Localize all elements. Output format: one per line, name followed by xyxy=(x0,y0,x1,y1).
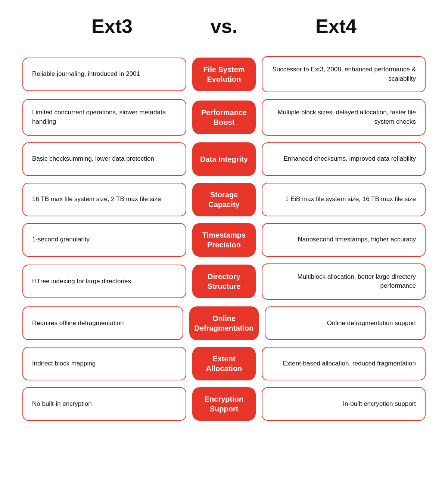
comparison-row: HTree indexing for large directoriesDire… xyxy=(22,263,426,300)
left-cell: Basic checksumming, lower data protectio… xyxy=(22,142,186,176)
left-cell-text: Reliable journaling, introduced in 2001 xyxy=(32,70,140,79)
center-cell: Data Integrity xyxy=(192,142,256,176)
center-cell-text: Encryption Support xyxy=(197,394,251,414)
right-cell: Enhanced checksums, improved data reliab… xyxy=(262,142,426,176)
right-cell-text: In-built encryption support xyxy=(343,399,416,409)
center-cell-text: Storage Capacity xyxy=(197,190,251,209)
left-cell: Limited concurrent operations, slower me… xyxy=(22,99,186,135)
right-cell: In-built encryption support xyxy=(262,387,426,421)
left-cell: 16 TB max file system size, 2 TB max fil… xyxy=(22,183,186,216)
right-cell-text: Nanosecond timestamps, higher accuracy xyxy=(298,235,416,244)
center-cell: Extent Allocation xyxy=(192,347,256,380)
right-cell: Extent-based allocation, reduced fragmen… xyxy=(262,347,426,380)
comparison-row: Limited concurrent operations, slower me… xyxy=(22,99,426,135)
center-cell-text: Directory Structure xyxy=(197,272,251,291)
right-cell-text: Enhanced checksums, improved data reliab… xyxy=(284,154,416,164)
center-cell-text: Timestamps Precision xyxy=(197,230,251,250)
right-cell: Multiple block sizes, delayed allocation… xyxy=(262,99,426,135)
center-cell-text: Performance Boost xyxy=(197,108,251,127)
right-cell: 1 EiB max file system size, 16 TB max fi… xyxy=(262,183,426,216)
left-cell: Requires offline defragmentation xyxy=(22,306,183,340)
left-cell-text: Indirect block mapping xyxy=(32,359,96,368)
left-cell: 1-second granularity xyxy=(22,223,186,257)
right-cell: Successor to Ext3, 2008, enhanced perfor… xyxy=(262,56,426,92)
left-cell: HTree indexing for large directories xyxy=(22,265,186,298)
comparison-row: Indirect block mappingExtent AllocationE… xyxy=(22,347,426,380)
right-cell-text: 1 EiB max file system size, 16 TB max fi… xyxy=(285,195,416,204)
center-cell: Directory Structure xyxy=(192,265,256,298)
comparison-row: Reliable journaling, introduced in 2001F… xyxy=(22,56,426,92)
ext4-title: Ext4 xyxy=(254,15,418,37)
page-header: Ext3 vs. Ext4 xyxy=(22,15,426,37)
center-cell: Online Defragmentation xyxy=(189,306,259,340)
left-cell: No built-in encryption xyxy=(22,387,186,421)
left-cell-text: 16 TB max file system size, 2 TB max fil… xyxy=(32,195,161,204)
right-cell-text: Multiple block sizes, delayed allocation… xyxy=(271,108,416,126)
right-cell-text: Extent-based allocation, reduced fragmen… xyxy=(283,359,416,368)
right-cell: Multiblock allocation, better large dire… xyxy=(262,263,426,300)
right-cell-text: Online defragmentation support xyxy=(327,319,416,328)
center-cell-text: File System Evolution xyxy=(197,65,251,84)
right-cell: Online defragmentation support xyxy=(265,306,426,340)
comparison-row: 16 TB max file system size, 2 TB max fil… xyxy=(22,183,426,216)
comparison-row: Requires offline defragmentationOnline D… xyxy=(22,306,426,340)
right-cell-text: Multiblock allocation, better large dire… xyxy=(271,272,416,291)
comparison-row: No built-in encryptionEncryption Support… xyxy=(22,387,426,421)
left-cell-text: 1-second granularity xyxy=(32,235,90,244)
center-cell-text: Extent Allocation xyxy=(197,354,251,373)
left-cell-text: Requires offline defragmentation xyxy=(32,319,124,328)
center-cell: Performance Boost xyxy=(192,101,256,134)
left-cell: Indirect block mapping xyxy=(22,347,186,380)
center-cell: Storage Capacity xyxy=(192,183,256,216)
left-cell-text: Basic checksumming, lower data protectio… xyxy=(32,154,154,164)
right-cell-text: Successor to Ext3, 2008, enhanced perfor… xyxy=(271,65,416,83)
vs-label: vs. xyxy=(194,15,254,37)
comparison-row: 1-second granularityTimestamps Precision… xyxy=(22,223,426,257)
center-cell: Timestamps Precision xyxy=(192,223,256,257)
center-cell: Encryption Support xyxy=(192,387,256,421)
comparison-table: Reliable journaling, introduced in 2001F… xyxy=(22,56,426,421)
center-cell: File System Evolution xyxy=(192,58,256,91)
center-cell-text: Data Integrity xyxy=(200,154,248,164)
left-cell-text: HTree indexing for large directories xyxy=(32,277,131,286)
ext3-title: Ext3 xyxy=(30,15,194,37)
center-cell-text: Online Defragmentation xyxy=(195,314,254,333)
right-cell: Nanosecond timestamps, higher accuracy xyxy=(262,223,426,257)
left-cell-text: No built-in encryption xyxy=(32,399,92,409)
comparison-row: Basic checksumming, lower data protectio… xyxy=(22,142,426,176)
left-cell: Reliable journaling, introduced in 2001 xyxy=(22,58,186,91)
left-cell-text: Limited concurrent operations, slower me… xyxy=(32,108,177,126)
